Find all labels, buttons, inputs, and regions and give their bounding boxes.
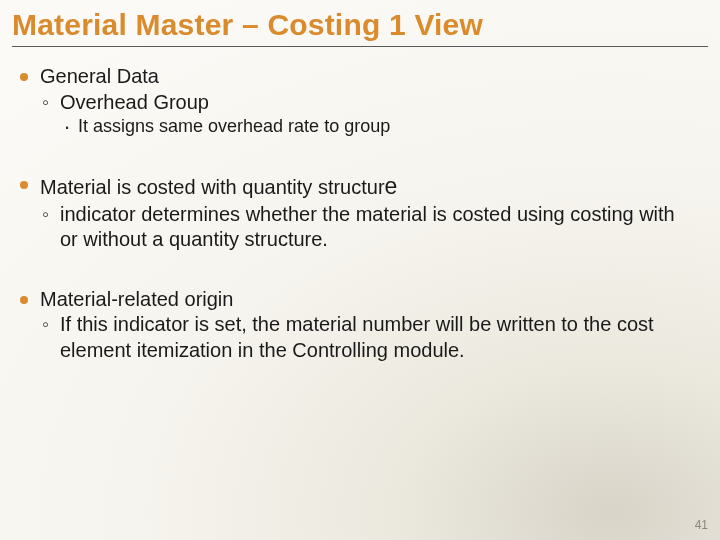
bullet-text-pre: Material is costed with quantity structu… [40, 176, 385, 198]
slide: Material Master – Costing 1 View General… [0, 0, 720, 540]
slide-body: General Data Overhead Group It assigns s… [18, 64, 692, 398]
sub-item: Overhead Group It assigns same overhead … [40, 90, 692, 139]
subsub-text: It assigns same overhead rate to group [78, 116, 390, 136]
sub-text: If this indicator is set, the material n… [60, 313, 654, 361]
bullet-item: Material is costed with quantity structu… [18, 172, 692, 253]
slide-title: Material Master – Costing 1 View [12, 8, 708, 47]
bullet-item: General Data Overhead Group It assigns s… [18, 64, 692, 138]
sub-item: indicator determines whether the materia… [40, 202, 692, 253]
subsub-list: It assigns same overhead rate to group [60, 115, 692, 138]
sub-text: indicator determines whether the materia… [60, 203, 675, 251]
bullet-text: General Data [40, 65, 159, 87]
subsub-item: It assigns same overhead rate to group [60, 115, 692, 138]
page-number: 41 [695, 518, 708, 532]
sub-text: Overhead Group [60, 91, 209, 113]
sub-list: If this indicator is set, the material n… [40, 312, 692, 363]
bullet-item: Material-related origin If this indicato… [18, 287, 692, 364]
bullet-text-big: e [385, 173, 398, 199]
bullet-list: General Data Overhead Group It assigns s… [18, 64, 692, 364]
bullet-text: Material-related origin [40, 288, 233, 310]
sub-item: If this indicator is set, the material n… [40, 312, 692, 363]
sub-list: Overhead Group It assigns same overhead … [40, 90, 692, 139]
sub-list: indicator determines whether the materia… [40, 202, 692, 253]
